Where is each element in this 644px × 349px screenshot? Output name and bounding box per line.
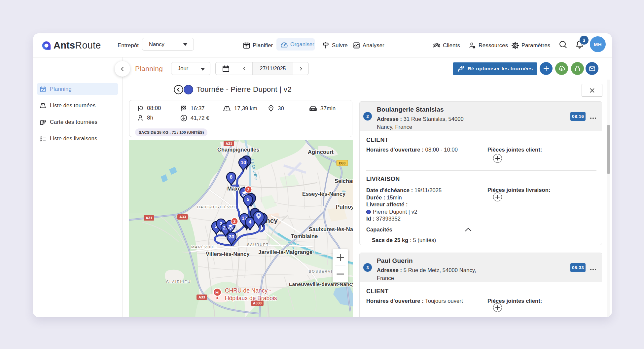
svg-text:SAURUPT: SAURUPT (247, 243, 269, 247)
svg-text:Seichamps: Seichamps (335, 178, 353, 184)
svg-text:A31: A31 (226, 142, 232, 146)
svg-text:HAUT-DU-LIÈVRE: HAUT-DU-LIÈVRE (197, 205, 237, 209)
svg-text:A33: A33 (198, 295, 205, 299)
svg-text:A330: A330 (253, 301, 262, 305)
svg-text:4: 4 (249, 219, 252, 225)
svg-text:8: 8 (230, 174, 233, 180)
svg-text:MARÉVILLE: MARÉVILLE (191, 245, 218, 249)
svg-text:D83: D83 (339, 161, 345, 165)
svg-text:2: 2 (247, 188, 250, 192)
svg-text:Agincourt: Agincourt (308, 149, 334, 155)
svg-text:2: 2 (233, 219, 236, 224)
svg-text:H: H (215, 290, 219, 295)
svg-text:CHRU de Nancy -: CHRU de Nancy - (225, 287, 271, 294)
svg-text:CLAIRLIEU: CLAIRLIEU (166, 280, 191, 284)
svg-text:30: 30 (229, 234, 234, 239)
svg-text:Jarville-la-Malgrange: Jarville-la-Malgrange (258, 249, 312, 255)
svg-text:5: 5 (247, 196, 249, 202)
svg-text:Saulxures-lès-Nanc: Saulxures-lès-Nanc (309, 226, 353, 232)
svg-text:A33: A33 (179, 215, 186, 219)
svg-text:Essey-lès-Nancy: Essey-lès-Nancy (302, 191, 346, 197)
svg-text:Pulnoy: Pulnoy (336, 204, 353, 210)
svg-text:Champigneulles: Champigneulles (217, 147, 259, 153)
svg-text:A31: A31 (146, 216, 152, 220)
svg-text:Hôpitaux de Brabois: Hôpitaux de Brabois (225, 295, 277, 301)
svg-text:Tomblaine: Tomblaine (291, 233, 318, 239)
svg-text:10: 10 (241, 159, 246, 165)
svg-text:Villers-lès-Nancy: Villers-lès-Nancy (206, 251, 250, 257)
